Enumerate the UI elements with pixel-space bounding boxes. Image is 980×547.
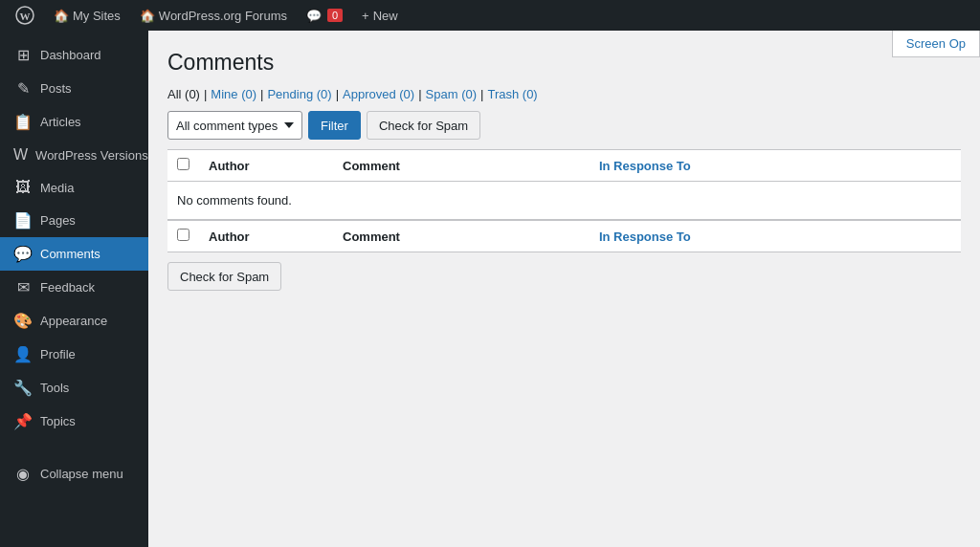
sidebar: ⊞ Dashboard ✎ Posts 📋 Articles W WordPre… [0,31,148,547]
filter-button[interactable]: Filter [308,111,361,140]
filter-mine[interactable]: Mine (0) [211,87,256,101]
no-comments-row: No comments found. [167,182,961,220]
filter-trash[interactable]: Trash (0) [487,87,537,101]
sidebar-item-comments[interactable]: 💬 Comments [0,237,148,271]
screen-options-button[interactable]: Screen Op [892,31,980,57]
filter-links: All (0) | Mine (0) | Pending (0) | Appro… [167,87,961,101]
content-area: Screen Op Comments All (0) | Mine (0) | … [148,31,980,547]
check-spam-top-button[interactable]: Check for Spam [367,111,480,140]
media-icon: 🖼 [13,179,33,196]
sidebar-item-label: Pages [40,213,76,228]
forums-label: WordPress.org Forums [159,9,287,23]
topics-icon: 📌 [13,412,33,430]
author-header-bottom: Author [209,230,250,244]
my-sites-item[interactable]: 🏠 My Sites [46,0,128,31]
comment-header-bottom: Comment [343,230,400,244]
appearance-icon: 🎨 [13,312,33,330]
no-comments-message: No comments found. [167,182,961,220]
filter-spam[interactable]: Spam (0) [426,87,477,101]
page-title: Comments [167,50,961,76]
plus-icon: + [362,9,369,23]
profile-icon: 👤 [13,345,33,363]
sidebar-item-label: Topics [40,414,76,428]
bulk-actions-bar: All comment types Comments Pings Filter … [167,111,961,140]
comments-table-top: Author Comment In Response To No comment… [167,149,961,220]
new-item[interactable]: + New [354,0,406,31]
filter-approved[interactable]: Approved (0) [343,87,414,101]
sidebar-item-feedback[interactable]: ✉ Feedback [0,271,148,304]
home-icon: 🏠 [54,9,69,23]
filter-all[interactable]: All (0) [167,87,200,101]
tools-icon: 🔧 [13,379,33,397]
author-header-top: Author [209,159,250,173]
feedback-icon: ✉ [13,278,33,296]
my-sites-label: My Sites [73,9,121,23]
sidebar-item-label: Appearance [40,314,107,328]
dashboard-icon: ⊞ [13,46,33,64]
posts-icon: ✎ [13,79,33,98]
sidebar-item-label: WordPress Versions [35,148,148,163]
sidebar-item-label: Comments [40,247,100,261]
wp-logo-item[interactable]: W [8,0,42,31]
bottom-actions: Check for Spam [167,262,961,291]
sidebar-item-tools[interactable]: 🔧 Tools [0,371,148,405]
pages-icon: 📄 [13,211,33,230]
new-label: New [373,9,398,23]
sidebar-item-wordpress-versions[interactable]: W WordPress Versions [0,139,148,171]
sidebar-item-pages[interactable]: 📄 Pages [0,204,148,237]
forums-item[interactable]: 🏠 WordPress.org Forums [132,0,295,31]
sidebar-item-topics[interactable]: 📌 Topics [0,405,148,438]
admin-bar: W 🏠 My Sites 🏠 WordPress.org Forums 💬 0 … [0,0,980,31]
forums-icon: 🏠 [140,9,155,23]
sidebar-item-profile[interactable]: 👤 Profile [0,338,148,371]
comment-header-top: Comment [343,159,400,173]
svg-text:W: W [20,11,31,22]
comment-type-select[interactable]: All comment types Comments Pings [167,111,302,140]
check-spam-bottom-button[interactable]: Check for Spam [167,262,281,291]
comment-icon: 💬 [306,9,322,23]
comment-count-item[interactable]: 💬 0 [299,0,350,31]
collapse-icon: ◉ [13,465,33,483]
main-layout: ⊞ Dashboard ✎ Posts 📋 Articles W WordPre… [0,31,980,547]
sidebar-item-label: Dashboard [40,48,101,62]
sidebar-item-posts[interactable]: ✎ Posts [0,72,148,105]
articles-icon: 📋 [13,113,33,131]
sidebar-item-label: Tools [40,381,69,395]
sidebar-item-articles[interactable]: 📋 Articles [0,105,148,139]
sidebar-item-label: Posts [40,81,72,96]
select-all-bottom-checkbox[interactable] [177,229,189,241]
filter-pending[interactable]: Pending (0) [267,87,331,101]
response-header-top: In Response To [599,159,691,173]
wp-versions-icon: W [13,146,28,164]
comments-icon: 💬 [13,245,33,263]
response-header-bottom: In Response To [599,230,691,244]
comments-table-bottom: Author Comment In Response To [167,220,961,252]
sidebar-item-label: Articles [40,115,81,129]
comment-count: 0 [327,9,343,22]
sidebar-item-appearance[interactable]: 🎨 Appearance [0,304,148,338]
collapse-label: Collapse menu [40,467,123,481]
sidebar-item-dashboard[interactable]: ⊞ Dashboard [0,38,148,72]
sidebar-item-label: Feedback [40,280,95,295]
sidebar-item-label: Media [40,181,74,195]
sidebar-item-media[interactable]: 🖼 Media [0,171,148,204]
select-all-top-checkbox[interactable] [177,158,189,170]
collapse-menu-item[interactable]: ◉ Collapse menu [0,457,148,491]
sidebar-item-label: Profile [40,347,76,361]
